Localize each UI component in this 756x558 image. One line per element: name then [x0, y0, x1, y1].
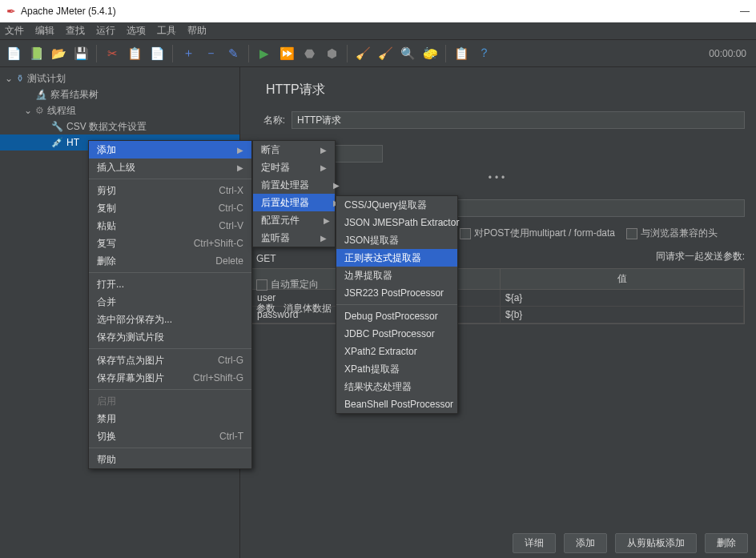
delete-button[interactable]: 删除 [705, 533, 748, 553]
menu-item[interactable]: 删除Delete [89, 252, 251, 270]
menu-item[interactable]: JDBC PostProcessor [336, 325, 457, 343]
params-header: 同请求一起发送参数: [251, 250, 745, 263]
post-multipart-checkbox[interactable]: 对POST使用multipart / form-data [460, 227, 615, 240]
context-menu-postprocessor: CSS/JQuery提取器JSON JMESPath ExtractorJSON… [336, 195, 458, 414]
menu-search[interactable]: 查找 [66, 24, 85, 38]
body-tab[interactable]: 消息体数据 [284, 302, 332, 315]
name-input[interactable] [292, 111, 745, 129]
menu-item[interactable]: 复制Ctrl-C [89, 199, 251, 217]
tree-csv-config[interactable]: 🔧 CSV 数据文件设置 [0, 118, 239, 134]
reset-search-icon[interactable]: 🧽 [421, 45, 439, 62]
menu-item[interactable]: JSON提取器 [336, 231, 457, 249]
menu-item[interactable]: 后置处理器▶ [253, 194, 335, 211]
save-icon[interactable]: 💾 [72, 45, 90, 62]
menu-item[interactable]: 断言▶ [253, 141, 335, 159]
expand-icon[interactable]: ＋ [179, 45, 197, 62]
open-icon[interactable]: 📂 [50, 45, 67, 62]
menu-item[interactable]: 前置处理器▶ [253, 176, 335, 194]
menu-item[interactable]: XPath2 Extractor [336, 343, 457, 360]
name-label: 名称: [251, 114, 285, 127]
tree-label: 测试计划 [27, 72, 66, 86]
menu-item[interactable]: JSR223 PostProcessor [336, 284, 457, 302]
params-tab[interactable]: 参数 [256, 302, 275, 315]
menu-item[interactable]: 打开... [89, 275, 251, 293]
menu-item[interactable]: JSON JMESPath Extractor [336, 214, 457, 231]
menu-item[interactable]: 剪切Ctrl-X [89, 182, 251, 199]
new-icon[interactable]: 📄 [5, 45, 22, 62]
detail-button[interactable]: 详细 [513, 533, 556, 553]
menu-item[interactable]: 切换Ctrl-T [89, 428, 251, 445]
method-label: GET [256, 253, 276, 264]
toggle-icon[interactable]: ✎ [224, 45, 242, 62]
menu-item[interactable]: 添加▶ [89, 141, 251, 159]
menu-file[interactable]: 文件 [5, 24, 24, 38]
menu-item[interactable]: 结果状态处理器 [336, 378, 457, 395]
help-icon[interactable]: ？ [475, 45, 493, 62]
app-icon: ✒ [6, 5, 16, 18]
menu-item[interactable]: 帮助 [89, 451, 251, 468]
menu-tools[interactable]: 工具 [157, 24, 176, 38]
timer-display: 00:00:00 [709, 48, 751, 59]
search-icon[interactable]: 🔍 [399, 45, 416, 62]
menu-help[interactable]: 帮助 [187, 24, 207, 38]
window-titlebar: ✒ Apache JMeter (5.4.1) — [0, 0, 756, 22]
start-no-timers-icon[interactable]: ⏩ [278, 45, 296, 62]
tree-label: CSV 数据文件设置 [66, 120, 147, 134]
paste-icon[interactable]: 📄 [148, 45, 166, 62]
menu-item[interactable]: Debug PostProcessor [336, 307, 457, 325]
add-button[interactable]: 添加 [564, 533, 607, 553]
collapse-icon[interactable]: － [202, 45, 219, 62]
menu-item[interactable]: 选中部分保存为... [89, 311, 251, 328]
stop-icon[interactable]: ⬣ [300, 45, 318, 62]
menu-item[interactable]: 正则表达式提取器 [336, 249, 457, 267]
auto-redirect-checkbox[interactable]: 自动重定向 [256, 278, 319, 291]
window-title: Apache JMeter (5.4.1) [21, 6, 116, 17]
templates-icon[interactable]: 📗 [27, 45, 45, 62]
menu-item[interactable]: 保存节点为图片Ctrl-G [89, 351, 251, 369]
tree-label: 线程组 [47, 104, 76, 118]
menu-item[interactable]: 定时器▶ [253, 159, 335, 176]
cut-icon[interactable]: ✂ [103, 45, 121, 62]
function-helper-icon[interactable]: 📋 [452, 45, 470, 62]
copy-icon[interactable]: 📋 [126, 45, 143, 62]
toolbar: 📄 📗 📂 💾 ✂ 📋 📄 ＋ － ✎ ▶ ⏩ ⬣ ⬢ 🧹 🧹 🔍 🧽 📋 ？ … [0, 40, 756, 67]
menu-item[interactable]: 保存屏幕为图片Ctrl+Shift-G [89, 369, 251, 387]
menu-item[interactable]: 合并 [89, 293, 251, 311]
tree-label: HT [66, 137, 79, 148]
clear-all-icon[interactable]: 🧹 [376, 45, 394, 62]
params-table: 值 user ${a} password ${b} [251, 268, 745, 324]
menu-run[interactable]: 运行 [96, 24, 115, 38]
clipboard-button[interactable]: 从剪贴板添加 [615, 533, 697, 553]
clear-icon[interactable]: 🧹 [354, 45, 372, 62]
tree-thread-group[interactable]: ⌄⚙ 线程组 [0, 102, 239, 118]
tree-result-tree[interactable]: 🔬 察看结果树 [0, 86, 239, 102]
menubar: 文件 编辑 查找 运行 选项 工具 帮助 [0, 22, 756, 40]
menu-options[interactable]: 选项 [127, 24, 146, 38]
minimize-button[interactable]: — [740, 6, 750, 17]
menu-item[interactable]: 插入上级▶ [89, 159, 251, 176]
menu-item[interactable]: CSS/JQuery提取器 [336, 196, 457, 214]
menu-item[interactable]: 复写Ctrl+Shift-C [89, 235, 251, 252]
panel-heading: HTTP请求 [266, 82, 745, 98]
menu-item[interactable]: 配置元件▶ [253, 211, 335, 229]
col-header-value[interactable]: 值 [501, 269, 744, 289]
tree-label: 察看结果树 [50, 88, 99, 102]
context-menu-main: 添加▶插入上级▶剪切Ctrl-X复制Ctrl-C粘贴Ctrl-V复写Ctrl+S… [88, 140, 252, 469]
browser-header-checkbox[interactable]: 与浏览器兼容的头 [626, 227, 718, 240]
menu-item[interactable]: 粘贴Ctrl-V [89, 217, 251, 235]
context-menu-add: 断言▶定时器▶前置处理器▶后置处理器▶配置元件▶监听器▶ [252, 140, 336, 247]
start-icon[interactable]: ▶ [255, 45, 273, 62]
menu-item[interactable]: 边界提取器 [336, 267, 457, 284]
shutdown-icon[interactable]: ⬢ [323, 45, 340, 62]
menu-item[interactable]: 保存为测试片段 [89, 328, 251, 346]
menu-item[interactable]: 启用 [89, 392, 251, 410]
menu-item[interactable]: XPath提取器 [336, 360, 457, 378]
menu-item[interactable]: 禁用 [89, 410, 251, 428]
menu-item[interactable]: 监听器▶ [253, 229, 335, 247]
tree-test-plan[interactable]: ⌄⚱ 测试计划 [0, 70, 239, 86]
menu-item[interactable]: BeanShell PostProcessor [336, 395, 457, 413]
menu-edit[interactable]: 编辑 [35, 24, 54, 38]
